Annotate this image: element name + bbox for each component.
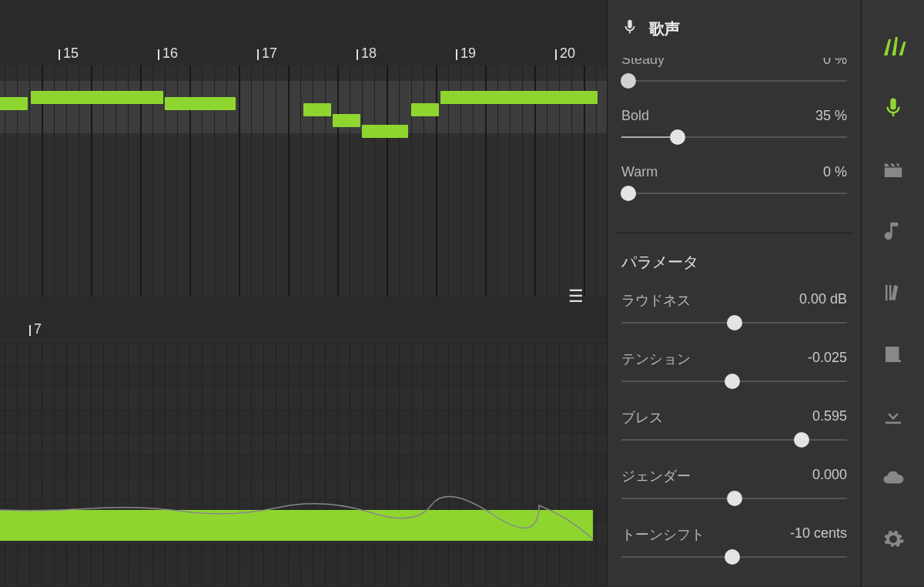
slider[interactable] xyxy=(621,188,847,199)
slider-thumb[interactable] xyxy=(725,549,740,565)
slider-thumb[interactable] xyxy=(670,129,685,145)
divider xyxy=(615,233,853,233)
param-item: Steady0 % xyxy=(621,58,847,86)
ruler-tick: 16 xyxy=(162,45,178,62)
note[interactable] xyxy=(165,97,236,110)
app-logo-icon[interactable] xyxy=(878,31,909,62)
voice-side-panel: 歌声 Steady0 %Bold35 %Warm0 % パラメータ ラウドネス0… xyxy=(607,0,861,587)
note[interactable] xyxy=(31,91,163,104)
param-value: 0.00 dB xyxy=(799,291,847,310)
param-value: 0 % xyxy=(823,164,847,180)
param-label: ラウドネス xyxy=(621,291,691,310)
slider-thumb[interactable] xyxy=(727,315,742,330)
param-tracks xyxy=(0,343,607,587)
param-value: 35 % xyxy=(815,108,847,124)
microphone-icon xyxy=(621,18,638,39)
panel-header: 歌声 xyxy=(608,0,861,58)
param-item: ラウドネス0.00 dB xyxy=(621,291,847,328)
slider[interactable] xyxy=(621,317,847,328)
slider[interactable] xyxy=(621,434,847,445)
timeline-ruler[interactable]: 15 16 17 18 19 20 xyxy=(0,0,607,65)
ruler-tick: 18 xyxy=(361,45,377,62)
panel-body[interactable]: Steady0 %Bold35 %Warm0 % パラメータ ラウドネス0.00… xyxy=(608,58,861,587)
slider-thumb[interactable] xyxy=(794,432,809,448)
param-label: ジェンダー xyxy=(621,467,691,485)
param-value: 0.000 xyxy=(812,467,847,485)
param-item: トーンシフト-10 cents xyxy=(621,525,847,562)
param-label: Steady xyxy=(621,58,665,68)
param-item: Warm0 % xyxy=(621,164,847,199)
param-label: テンション xyxy=(621,350,691,368)
piano-roll[interactable]: 15 16 17 18 19 20 xyxy=(0,0,607,297)
param-value: -0.025 xyxy=(808,350,847,368)
slider-thumb[interactable] xyxy=(621,186,636,201)
gear-icon[interactable] xyxy=(878,524,909,555)
microphone-icon[interactable] xyxy=(878,92,909,123)
slider[interactable] xyxy=(621,75,847,86)
slider[interactable] xyxy=(621,493,847,504)
param-label: ブレス xyxy=(621,408,663,427)
book-icon[interactable] xyxy=(878,339,909,370)
cloud-check-icon[interactable] xyxy=(878,462,909,493)
section-title-parameters: パラメータ xyxy=(615,238,853,283)
note[interactable] xyxy=(411,103,439,116)
clapper-icon[interactable] xyxy=(878,154,909,185)
param-ruler[interactable]: 7 xyxy=(0,316,607,339)
panel-title: 歌声 xyxy=(649,18,680,39)
download-icon[interactable] xyxy=(878,401,909,431)
slider[interactable] xyxy=(621,376,847,387)
note[interactable] xyxy=(303,103,331,116)
param-label: Bold xyxy=(621,108,649,124)
param-label: トーンシフト xyxy=(621,525,705,544)
slider-thumb[interactable] xyxy=(727,491,742,506)
ruler-tick: 17 xyxy=(262,45,277,62)
note[interactable] xyxy=(0,97,28,110)
note[interactable] xyxy=(333,114,360,127)
slider-thumb[interactable] xyxy=(621,73,636,89)
param-value: 0 % xyxy=(823,58,847,68)
parameter-area[interactable]: 7 xyxy=(0,316,607,587)
note[interactable] xyxy=(440,91,598,104)
ruler-tick: 15 xyxy=(63,45,79,62)
param-item: ジェンダー0.000 xyxy=(621,467,847,504)
main-editor: 15 16 17 18 19 20 ☰ 7 xyxy=(0,0,607,587)
slider-thumb[interactable] xyxy=(725,374,740,389)
parameter-waveform[interactable] xyxy=(0,510,593,541)
param-label: Warm xyxy=(621,164,658,180)
param-item: Bold35 % xyxy=(621,108,847,143)
param-item: ブレス0.595 xyxy=(621,408,847,445)
music-note-icon[interactable] xyxy=(878,216,909,247)
ruler-tick: 20 xyxy=(560,45,575,62)
slider[interactable] xyxy=(621,132,847,143)
hamburger-icon[interactable]: ☰ xyxy=(568,287,584,307)
note[interactable] xyxy=(362,125,408,138)
slider[interactable] xyxy=(621,552,847,562)
param-value: 0.595 xyxy=(812,408,847,427)
param-value: -10 cents xyxy=(790,525,847,544)
ruler-tick: 7 xyxy=(34,321,42,337)
right-icon-bar xyxy=(861,0,924,587)
param-item: テンション-0.025 xyxy=(621,350,847,387)
library-icon[interactable] xyxy=(878,277,909,308)
ruler-tick: 19 xyxy=(460,45,476,62)
